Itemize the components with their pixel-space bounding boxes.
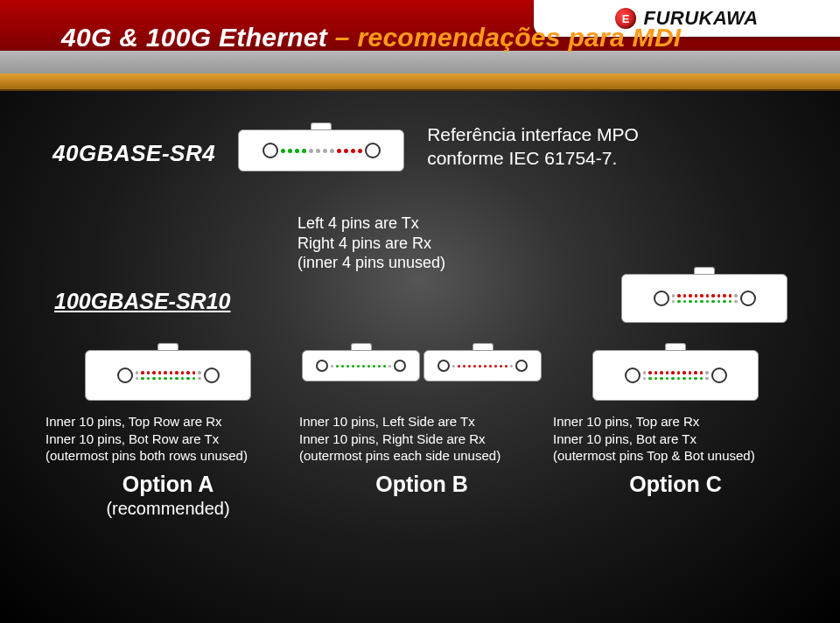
guide-hole-left: [262, 143, 278, 158]
fiber-row: [452, 365, 513, 368]
header-gold-band: [0, 74, 840, 91]
guide-hole-right: [204, 368, 220, 383]
desc-l2: Inner 10 pins, Bot are Tx: [553, 430, 798, 448]
mpo-connector-option-b-right: [424, 343, 542, 382]
mpo-connector-40g: [238, 122, 404, 172]
option-a-title: Option A: [122, 472, 214, 497]
option-a: Inner 10 pins, Top Row are Rx Inner 10 p…: [46, 343, 290, 519]
fiber-rows: [643, 371, 709, 380]
mpo-shell: [238, 130, 404, 172]
slide-title: 40G & 100G Ethernet – recomendações para…: [61, 23, 682, 52]
pin-note-l2: Right 4 pins are Rx: [298, 234, 578, 254]
pin-assignment-note: Left 4 pins are Tx Right 4 pins are Rx (…: [298, 214, 578, 273]
guide-hole-right: [740, 290, 756, 306]
option-a-sub: (recommended): [106, 499, 229, 519]
desc-l3: (outermost pins both rows unused): [46, 447, 290, 465]
desc-l2: Inner 10 pins, Right Side are Rx: [299, 430, 544, 448]
guide-hole-right: [515, 360, 528, 372]
guide-hole-left: [654, 290, 669, 306]
option-c-title: Option C: [629, 472, 722, 497]
option-b-desc: Inner 10 pins, Left Side are Tx Inner 10…: [299, 413, 544, 465]
desc-l2: Inner 10 pins, Bot Row are Tx: [46, 430, 290, 448]
mpo-connector-option-c: [592, 343, 759, 401]
desc-l3: (outermost pins each side unused): [299, 447, 544, 465]
ref-line-1: Referência interface MPO: [427, 122, 681, 146]
option-c-desc: Inner 10 pins, Top are Rx Inner 10 pins,…: [553, 413, 798, 465]
options-row: Inner 10 pins, Top Row are Rx Inner 10 p…: [46, 343, 798, 519]
title-part-2: – recomendações para MDI: [335, 23, 682, 52]
mpo-connector-option-b-left: [302, 343, 420, 382]
label-100gbase-sr10: 100GBASE-SR10: [54, 289, 230, 314]
guide-hole-left: [438, 360, 450, 372]
desc-l1: Inner 10 pins, Left Side are Tx: [299, 413, 544, 430]
mpo-shell: [621, 274, 788, 323]
option-b-title: Option B: [375, 472, 468, 497]
guide-hole-right: [365, 143, 381, 158]
pin-note-l1: Left 4 pins are Tx: [298, 214, 578, 234]
fiber-row: [281, 149, 362, 153]
desc-l1: Inner 10 pins, Top are Rx: [553, 413, 798, 430]
option-c: Inner 10 pins, Top are Rx Inner 10 pins,…: [553, 343, 798, 519]
guide-hole-right: [394, 360, 406, 372]
reference-text: Referência interface MPO conforme IEC 61…: [427, 122, 681, 171]
option-a-desc: Inner 10 pins, Top Row are Rx Inner 10 p…: [46, 413, 290, 465]
fiber-row: [331, 365, 391, 368]
guide-hole-left: [117, 368, 133, 383]
fiber-rows: [136, 371, 201, 380]
title-part-1: 40G & 100G Ethernet: [61, 23, 335, 52]
section-40gbase: 40GBASE-SR4 Referência interface MPO con…: [52, 122, 788, 172]
pin-note-l3: (inner 4 pins unused): [298, 253, 578, 273]
guide-hole-left: [625, 368, 640, 383]
guide-hole-right: [711, 368, 727, 383]
desc-l1: Inner 10 pins, Top Row are Rx: [46, 413, 290, 430]
mpo-connector-option-a: [85, 343, 251, 401]
option-b: Inner 10 pins, Left Side are Tx Inner 10…: [299, 343, 544, 519]
desc-l3: (outermost pins Top & Bot unused): [553, 447, 798, 465]
label-40gbase-sr4: 40GBASE-SR4: [52, 140, 215, 167]
ref-line-2: conforme IEC 61754-7.: [427, 146, 681, 170]
mpo-connector-100g-2row: [621, 267, 788, 323]
mpo-shell: [424, 350, 542, 382]
mpo-shell: [85, 350, 251, 401]
fiber-rows: [672, 294, 738, 303]
mpo-shell: [302, 350, 420, 382]
mpo-shell: [592, 350, 759, 401]
guide-hole-left: [316, 360, 328, 372]
